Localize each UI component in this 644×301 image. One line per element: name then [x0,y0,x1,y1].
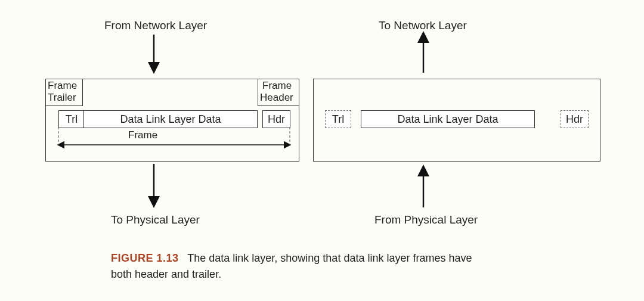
label-to-physical: To Physical Layer [111,213,200,226]
left-trl-cell: Trl [58,110,85,128]
left-hdr-cell: Hdr [262,110,290,128]
figure-number: FIGURE 1.13 [111,252,179,264]
figure-text-l2: both header and trailer. [111,268,221,280]
right-trl-cell: Trl [325,110,351,128]
txt-frame-header-l2: Header [260,92,293,104]
figure-caption: FIGURE 1.13 The data link layer, showing… [111,250,540,283]
txt-frame-header-l1: Frame [262,80,292,92]
right-data-cell: Data Link Layer Data [361,110,535,128]
right-hdr-cell: Hdr [561,110,589,128]
left-frame-label: Frame [128,129,157,141]
label-from-physical: From Physical Layer [374,213,478,226]
txt-frame-trailer-l1: Frame [48,80,77,92]
left-data-cell: Data Link Layer Data [83,110,258,128]
label-to-network: To Network Layer [379,19,467,32]
label-from-network: From Network Layer [104,19,207,32]
figure-text-l1: The data link layer, showing that data l… [187,252,472,264]
txt-frame-trailer-l2: Trailer [48,92,76,104]
